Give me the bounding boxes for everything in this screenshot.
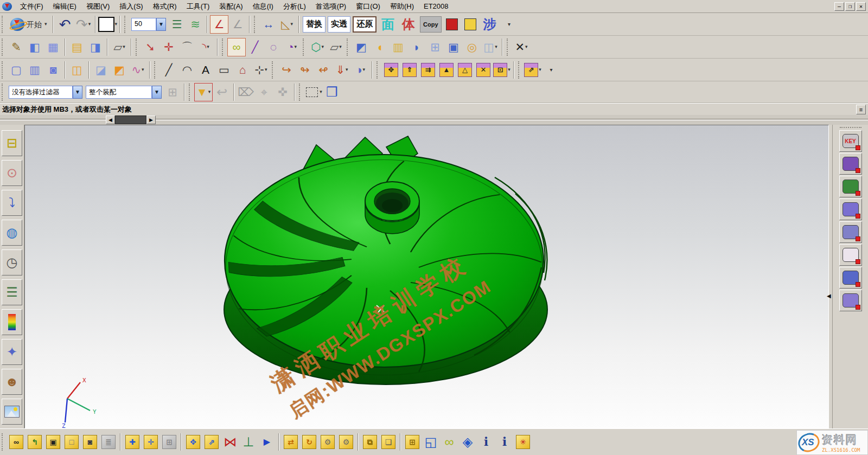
interpart-select-icon[interactable]: ⊞ [163, 83, 182, 101]
restore-button[interactable]: ❐ [845, 2, 855, 11]
rectangle-select-icon-caret-icon[interactable]: ▾ [320, 89, 322, 94]
minimize-button[interactable]: – [834, 2, 844, 11]
intersect-curve-icon-caret-icon[interactable]: ▾ [363, 67, 366, 72]
selection-filter-combo-value[interactable]: 没有选择过滤器 [9, 86, 73, 99]
close-button[interactable]: ✕ [856, 2, 866, 11]
menu-item-4[interactable]: 插入(S) [114, 1, 148, 12]
face-button[interactable]: 面 [379, 16, 397, 33]
copy-face-icon[interactable]: ⊡▾ [493, 61, 511, 79]
move-component-icon[interactable]: ✥ [184, 433, 202, 451]
history-palette-icon[interactable]: ◷ [2, 249, 22, 275]
swept-wall-icon[interactable]: ◨ [86, 38, 105, 56]
edit-in-place-icon[interactable]: ⚙ [318, 433, 337, 451]
selection-scope-combo-dropdown-icon[interactable]: ▼ [152, 86, 162, 99]
law-surface-icon-caret-icon[interactable]: ▾ [142, 67, 144, 72]
menu-item-9[interactable]: 分析(L) [278, 1, 311, 12]
through-curves-icon[interactable]: ▥ [25, 61, 44, 79]
drag-tool-icon[interactable]: ✜ [273, 83, 292, 101]
slab-icon[interactable]: ▥ [389, 38, 407, 56]
measure-angle-icon-caret-icon[interactable]: ▾ [290, 22, 293, 27]
selection-filter-combo-dropdown-icon[interactable]: ▼ [73, 86, 82, 99]
unite-icon[interactable]: ⊞ [426, 38, 444, 56]
part-navigator-icon[interactable]: ⤵ [2, 190, 22, 216]
toolbar-grip[interactable] [154, 61, 158, 79]
work-layer-combo[interactable]: 50▼ [131, 18, 166, 31]
toolbar-grip[interactable] [2, 16, 5, 33]
assembly-constraints-icon[interactable]: ⊥ [239, 433, 258, 451]
sequence-icon[interactable]: ❏ [379, 433, 398, 451]
standard-more-caret[interactable]: ▾ [500, 15, 519, 34]
system-materials-icon[interactable]: ☰ [2, 279, 22, 305]
resize-dimension-icon[interactable]: ⇗▾ [524, 61, 542, 79]
template-key-icon[interactable]: KEY [839, 130, 862, 152]
wcs-dynamics-icon[interactable]: ∠ [210, 15, 228, 34]
rectangle-icon[interactable]: ▭ [215, 61, 233, 79]
menu-item-6[interactable]: 工具(T) [182, 1, 215, 12]
redo-icon-caret-icon[interactable]: ▾ [88, 22, 91, 27]
snap-point-icon-caret-icon[interactable]: ▾ [208, 89, 211, 94]
arc2-icon[interactable]: ◠ [178, 61, 196, 79]
dimension-icon[interactable]: ✕▾ [512, 38, 531, 56]
menu-item-2[interactable]: 编辑(E) [48, 1, 81, 12]
exploded-view-icon[interactable]: ⧉ [361, 433, 379, 451]
restore-button[interactable]: 还原 [353, 16, 376, 33]
profile-shapes-icon-caret-icon[interactable]: ▾ [321, 44, 324, 49]
selection-scope-combo-value[interactable]: 整个装配 [86, 86, 152, 99]
toolbar-grip[interactable] [222, 39, 226, 56]
split-body-icon[interactable]: ◧ [25, 38, 44, 56]
selection-scope-combo[interactable]: 整个装配▼ [86, 86, 162, 99]
delete-face-icon[interactable]: ✕ [474, 61, 493, 79]
new-component-icon[interactable]: ✛ [142, 433, 160, 451]
wave-geometry-icon[interactable]: ◈ [458, 433, 477, 451]
circle-icon[interactable]: ◌ [264, 38, 283, 56]
intersect-curve-icon[interactable]: ◑▾ [351, 61, 369, 79]
extend-sheet-icon[interactable]: ◪ [92, 61, 110, 79]
web-browser-icon[interactable]: ◍ [2, 220, 22, 246]
toolbar-grip[interactable] [272, 61, 276, 79]
she-button[interactable]: 涉 [481, 16, 499, 33]
simplify-curve-icon[interactable]: ↬ [296, 61, 314, 79]
datum-plane-icon[interactable]: ▱▾ [110, 38, 129, 56]
menu-item-7[interactable]: 装配(A) [214, 1, 247, 12]
work-layer-combo-dropdown-icon[interactable]: ▼ [156, 18, 166, 31]
move-replace-icon[interactable]: ↻ [300, 433, 318, 451]
boss-icon-caret-icon[interactable]: ▾ [495, 44, 497, 49]
measure-angle-icon[interactable]: ◺▾ [278, 15, 296, 34]
line2-icon[interactable]: ╱ [159, 61, 178, 79]
line-icon[interactable]: ╱ [246, 38, 264, 56]
toolbar-grip[interactable] [254, 16, 258, 33]
project-curve-icon-caret-icon[interactable]: ▾ [346, 67, 348, 72]
layer-settings-icon[interactable]: ☰ [168, 15, 186, 34]
offset-surface-icon[interactable]: ◩ [110, 61, 129, 79]
revolve-icon[interactable]: ◖ [371, 38, 389, 56]
project-curve-icon[interactable]: ⇓▾ [333, 61, 351, 79]
edit-add-icon[interactable]: ⚙ [337, 433, 355, 451]
toolbar-grip[interactable] [299, 84, 303, 101]
interpart-link-icon[interactable]: ∞ [440, 433, 458, 451]
roles-icon[interactable]: ☻ [2, 369, 22, 395]
undo-icon[interactable]: ↶ [56, 15, 74, 34]
display-style-dropdown-caret-icon[interactable]: ▾ [115, 22, 118, 27]
template-bushing-icon[interactable] [839, 244, 862, 266]
ruled-surface-icon[interactable]: ▢ [7, 61, 25, 79]
add-component-icon[interactable]: ✚ [123, 433, 142, 451]
wrap-curve-icon[interactable]: ↫ [314, 61, 333, 79]
boss-icon[interactable]: ◫▾ [481, 38, 500, 56]
toolbar-grip[interactable] [2, 39, 5, 56]
update-structure-icon[interactable]: ✳ [514, 433, 532, 451]
copy-button[interactable]: Copy [420, 16, 442, 33]
pattern-component-icon[interactable]: ⊞ [160, 433, 178, 451]
pocket-icon[interactable]: ◎ [463, 38, 481, 56]
toolbar-grip[interactable] [2, 433, 5, 451]
template-cross-icon[interactable] [839, 267, 862, 289]
link-info-icon[interactable]: ℹ [477, 433, 495, 451]
datum-plane-icon-caret-icon[interactable]: ▾ [123, 44, 125, 49]
template-block-icon[interactable] [839, 198, 862, 220]
redo-icon[interactable]: ↷▾ [74, 15, 93, 34]
bridge-curve-icon[interactable]: ↪ [277, 61, 296, 79]
scroll-thumb[interactable] [115, 116, 146, 124]
visual-effects-icon[interactable]: ✦ [2, 339, 22, 365]
menu-item-10[interactable]: 首选项(P) [311, 1, 351, 12]
fillet-curve-icon[interactable]: ⌒ [178, 38, 196, 56]
remember-constraints-icon[interactable]: ▶ [258, 433, 276, 451]
